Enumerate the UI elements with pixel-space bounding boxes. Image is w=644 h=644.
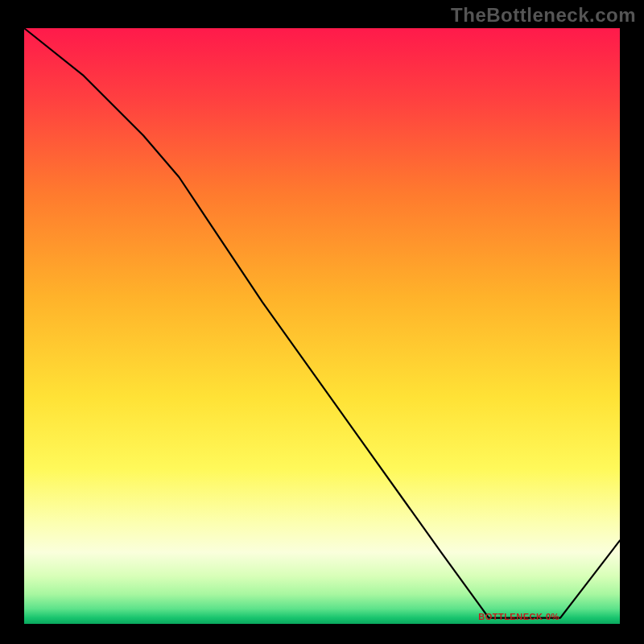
bottleneck-curve [24, 28, 620, 618]
chart-frame: TheBottleneck.com BOTTLENECK 0% [0, 0, 644, 644]
bottleneck-zero-label: BOTTLENECK 0% [478, 612, 559, 621]
watermark-text: TheBottleneck.com [451, 4, 636, 27]
chart-svg [24, 28, 620, 624]
plot-area: BOTTLENECK 0% [24, 28, 620, 624]
